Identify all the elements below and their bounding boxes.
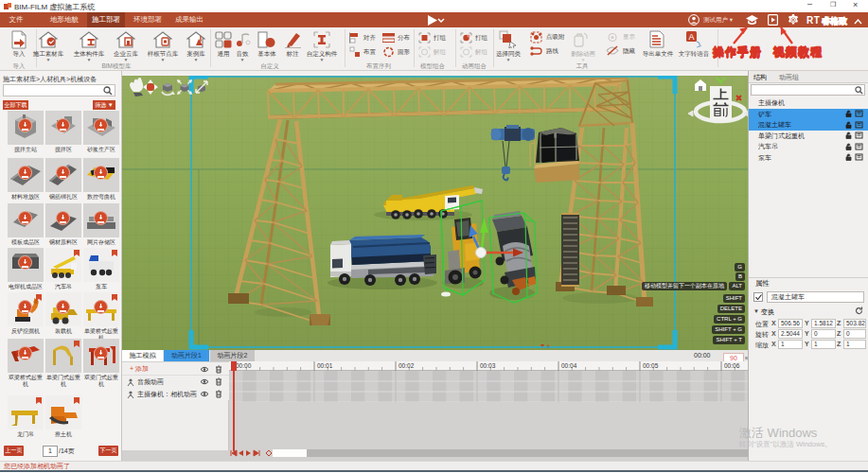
svg-text:00:00: 00:00 bbox=[236, 362, 252, 369]
svg-text:A: A bbox=[688, 32, 694, 42]
svg-text:00:05: 00:05 bbox=[643, 362, 659, 369]
svg-text:00:04: 00:04 bbox=[561, 362, 577, 369]
svg-text:00:03: 00:03 bbox=[480, 362, 496, 369]
svg-text:00:01: 00:01 bbox=[317, 362, 333, 369]
svg-text:00:06: 00:06 bbox=[724, 362, 740, 369]
svg-text:00:02: 00:02 bbox=[399, 362, 415, 369]
